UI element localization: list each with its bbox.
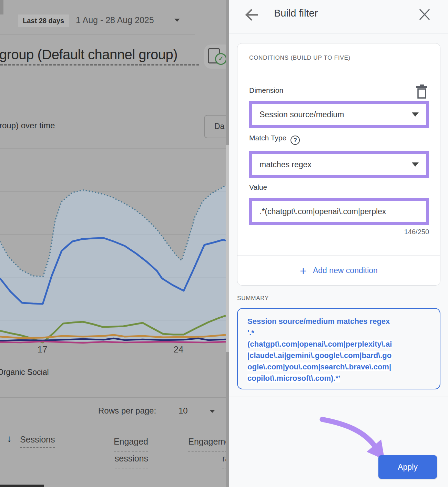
date-range-caret-icon[interactable] (174, 19, 180, 22)
granularity-dropdown[interactable]: Da (204, 115, 226, 138)
conditions-divider (237, 74, 440, 74)
page-scrollbar[interactable] (226, 0, 229, 487)
svg-text:17: 17 (38, 344, 48, 355)
match-type-caret-icon (412, 162, 419, 167)
page-title-dashed-underline (0, 64, 199, 66)
match-type-select[interactable]: matches regex (252, 154, 426, 175)
summary-intro-text: Session source/medium matches regex '.* (247, 317, 390, 337)
dimmed-corner-element (0, 0, 3, 14)
chart-section-title: roup) over time (0, 121, 55, 130)
scrollbar-thumb[interactable] (226, 145, 229, 352)
dimension-select[interactable]: Session source/medium (252, 104, 426, 125)
rows-per-page-label: Rows per page: (98, 406, 156, 416)
page-title: group (Default channel group) (0, 47, 177, 62)
dimension-label: Dimension (249, 86, 283, 95)
plus-icon: + (300, 266, 307, 276)
table-top-divider (0, 397, 226, 398)
rows-per-page-caret-icon[interactable] (210, 410, 215, 413)
conditions-card: CONDITIONS (BUILD UP TO FIVE) Dimension … (237, 43, 440, 286)
value-input-text: .*(chatgpt\.com|openai\.com|perplex (259, 207, 419, 216)
bottom-edge-element (0, 485, 44, 487)
build-filter-panel: Build filter CONDITIONS (BUILD UP TO FIV… (229, 0, 448, 487)
value-input[interactable]: .*(chatgpt\.com|openai\.com|perplex (252, 201, 426, 222)
match-type-label: Match Type? (249, 134, 300, 145)
back-arrow-icon[interactable] (245, 9, 258, 21)
add-new-condition-label: Add new condition (313, 266, 378, 275)
column-header-engaged-sessions[interactable]: Engaged sessions (98, 435, 148, 468)
dimmed-report-pane: Last 28 days 1 Aug - 28 Aug 2025 group (… (0, 0, 226, 487)
match-type-select-highlight: matches regex (249, 151, 429, 178)
header-divider (0, 34, 195, 34)
dimension-caret-icon (412, 112, 419, 117)
dimension-select-highlight: Session source/medium (249, 101, 429, 128)
date-range-value[interactable]: 1 Aug - 28 Aug 2025 (76, 15, 154, 25)
footer-divider (229, 397, 448, 397)
filter-summary-box: Session source/medium matches regex '.* … (237, 308, 440, 389)
column-header-sessions[interactable]: Sessions (20, 435, 55, 448)
value-input-highlight: .*(chatgpt\.com|openai\.com|perplex (249, 198, 429, 225)
check-circle-icon: ✓ (215, 53, 226, 65)
panel-title: Build filter (274, 8, 318, 19)
svg-text:24: 24 (174, 344, 184, 355)
dimension-select-value: Session source/medium (259, 110, 412, 119)
date-range-preset-badge: Last 28 days (18, 14, 69, 27)
apply-button[interactable]: Apply (378, 455, 437, 479)
value-label: Value (249, 183, 267, 191)
sessions-over-time-chart: 1724 (0, 138, 226, 359)
char-count: 146/250 (249, 228, 429, 236)
match-type-select-value: matches regex (259, 160, 412, 169)
help-icon[interactable]: ? (291, 136, 300, 145)
summary-regex-text: (chatgpt\.com|openai\.com|perplexity\.ai… (247, 340, 392, 382)
table-header-divider (0, 425, 226, 425)
delete-condition-icon[interactable] (416, 84, 428, 99)
sort-descending-icon[interactable]: ↓ (7, 433, 12, 444)
legend-item-organic-social: Organic Social (0, 368, 49, 377)
rows-per-page-value[interactable]: 10 (179, 406, 188, 416)
column-header-engagement-rate[interactable]: Engagement rate (156, 435, 226, 468)
summary-header: SUMMARY (237, 295, 269, 302)
close-icon[interactable] (418, 9, 431, 20)
panel-header-divider (229, 33, 448, 33)
add-new-condition-button[interactable]: + Add new condition (237, 256, 440, 286)
conditions-header: CONDITIONS (BUILD UP TO FIVE) (249, 54, 350, 61)
